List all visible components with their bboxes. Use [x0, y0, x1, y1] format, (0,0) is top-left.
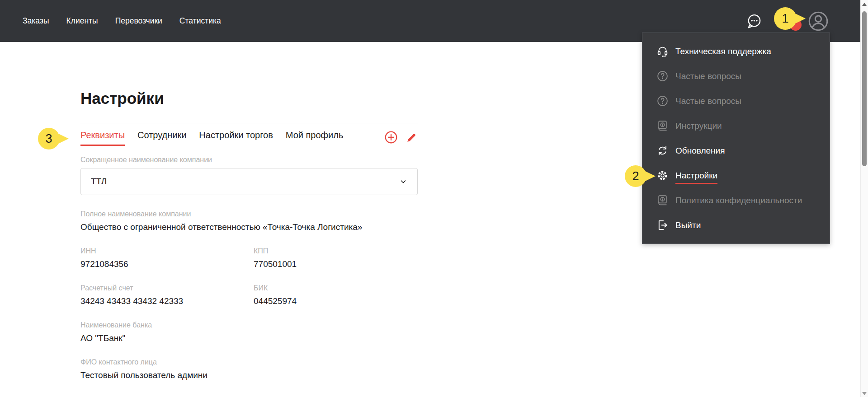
book-info-icon: [656, 194, 669, 207]
question-icon: [656, 95, 669, 107]
menu-item-instructions[interactable]: Инструкции: [642, 113, 830, 138]
field-bank-name: Наименование банка АО "ТБанк": [80, 321, 418, 343]
add-circle-icon[interactable]: [384, 130, 398, 145]
field-kpp: КПП 770501001: [254, 247, 418, 269]
menu-item-privacy-policy[interactable]: Политика конфиденциальности: [642, 188, 830, 213]
field-value: 34243 43433 43432 42333: [80, 296, 254, 306]
menu-item-label: Выйти: [675, 220, 701, 230]
field-contact-person: ФИО контактного лица Тестовый пользовате…: [80, 358, 418, 380]
menu-item-label: Настройки: [675, 171, 717, 184]
annotation-number: 1: [782, 12, 788, 26]
menu-item-settings[interactable]: Настройки: [642, 163, 830, 188]
menu-item-label: Политика конфиденциальности: [675, 196, 802, 206]
question-icon: [656, 70, 669, 83]
tab-my-profile[interactable]: Мой профиль: [286, 130, 344, 146]
headset-icon: [656, 45, 669, 58]
page-title: Настройки: [80, 89, 418, 107]
short-name-select[interactable]: ТТЛ: [80, 168, 418, 195]
menu-item-label: Техническая поддержка: [675, 47, 771, 56]
menu-item-label: Частые вопросы: [675, 96, 741, 106]
annotation-step-1: 1: [774, 7, 797, 30]
menu-item-faq-2[interactable]: Частые вопросы: [642, 89, 830, 113]
field-label: Полное наименование компании: [80, 210, 418, 218]
field-value: Общество с ограниченной ответственностью…: [80, 222, 418, 232]
field-bik: БИК 044525974: [254, 284, 418, 306]
settings-page: Настройки Реквизиты Сотрудники Настройки…: [80, 89, 418, 395]
chevron-down-icon: [399, 177, 407, 186]
menu-item-support[interactable]: Техническая поддержка: [642, 39, 830, 64]
field-account: Расчетный счет 34243 43433 43432 42333: [80, 284, 254, 306]
user-icon[interactable]: [808, 11, 829, 32]
field-label: БИК: [254, 284, 418, 292]
scroll-up-arrow[interactable]: [862, 3, 867, 6]
field-label: ФИО контактного лица: [80, 358, 418, 366]
title-divider: [80, 123, 418, 123]
field-value: АО "ТБанк": [80, 333, 418, 343]
menu-item-label: Инструкции: [675, 121, 722, 131]
field-label: Наименование банка: [80, 321, 418, 329]
scroll-down-arrow[interactable]: [862, 392, 867, 395]
tab-employees[interactable]: Сотрудники: [137, 130, 186, 146]
menu-item-label: Частые вопросы: [675, 71, 741, 81]
field-label: КПП: [254, 247, 418, 255]
field-value: 770501001: [254, 259, 418, 269]
field-inn: ИНН 9721084356: [80, 247, 254, 269]
nav-item-orders[interactable]: Заказы: [23, 16, 49, 26]
select-value: ТТЛ: [91, 177, 107, 187]
field-label: Сокращенное наименование компании: [80, 156, 418, 164]
nav-item-clients[interactable]: Клиенты: [66, 16, 98, 26]
chat-icon[interactable]: [745, 13, 763, 30]
field-value: 044525974: [254, 296, 418, 306]
menu-item-faq-1[interactable]: Частые вопросы: [642, 64, 830, 89]
menu-item-logout[interactable]: Выйти: [642, 213, 830, 238]
requisites-form: Сокращенное наименование компании ТТЛ По…: [80, 156, 418, 380]
field-value: 9721084356: [80, 259, 254, 269]
tab-trade-settings[interactable]: Настройки торгов: [199, 130, 273, 146]
field-full-name: Полное наименование компании Общество с …: [80, 210, 418, 232]
user-dropdown-menu: Техническая поддержка Частые вопросы Час…: [642, 33, 830, 244]
annotation-step-2: 2: [625, 165, 646, 187]
vertical-scrollbar[interactable]: [860, 0, 868, 397]
menu-item-updates[interactable]: Обновления: [642, 138, 830, 163]
annotation-step-3: 3: [38, 128, 60, 149]
field-label: ИНН: [80, 247, 254, 255]
annotation-number: 2: [632, 169, 639, 183]
logout-icon: [656, 219, 669, 232]
edit-pencil-icon[interactable]: [406, 131, 418, 144]
nav-item-carriers[interactable]: Перевозчики: [115, 16, 162, 26]
settings-tabs: Реквизиты Сотрудники Настройки торгов Мо…: [80, 130, 418, 146]
tab-requisites[interactable]: Реквизиты: [80, 130, 125, 146]
annotation-number: 3: [45, 132, 52, 146]
field-short-name: Сокращенное наименование компании ТТЛ: [80, 156, 418, 195]
field-value: Тестовый пользователь админи: [80, 370, 418, 380]
main-nav: Заказы Клиенты Перевозчики Статистика: [23, 16, 221, 26]
nav-item-stats[interactable]: Статистика: [179, 16, 221, 26]
scrollbar-thumb[interactable]: [862, 11, 867, 166]
menu-item-label: Обновления: [675, 146, 725, 156]
refresh-icon: [656, 145, 669, 157]
field-label: Расчетный счет: [80, 284, 254, 292]
book-info-icon: [656, 120, 669, 132]
gear-icon: [656, 169, 669, 182]
